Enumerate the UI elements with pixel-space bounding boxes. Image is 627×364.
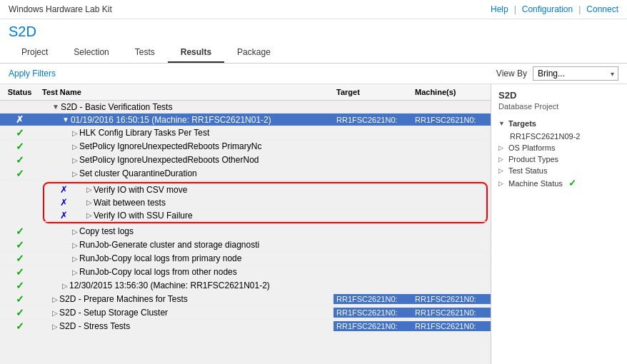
table-row[interactable]: ✓ ▷ S2D - Setup Storage Cluster RR1FSC26…: [0, 306, 491, 320]
view-by-select-wrapper: Bring...: [533, 66, 618, 81]
cell-status: ✓: [0, 126, 39, 139]
table-row[interactable]: ✗ ▷ Verify IO with SSU Failure: [44, 209, 486, 222]
table-body: ▼ S2D - Basic Verification Tests ✗ ▼ 01/…: [0, 101, 491, 333]
status-check-icon: ✓: [16, 154, 24, 166]
cell-target-empty: [333, 231, 412, 232]
expand-icon[interactable]: ▷: [42, 255, 78, 263]
table-row[interactable]: ✓ ▷ S2D - Stress Tests RR1FSC2621N0: RR1…: [0, 320, 491, 333]
table-row[interactable]: ✓ ▷ RunJob-Generate cluster and storage …: [0, 238, 491, 252]
cell-machine-empty: [408, 189, 486, 191]
table-row[interactable]: ✗ ▼ 01/19/2016 16:50:15 (Machine: RR1FSC…: [0, 113, 491, 126]
table-row[interactable]: ✓ ▷ RunJob-Copy local logs from primary …: [0, 252, 491, 266]
help-link[interactable]: Help: [491, 4, 508, 14]
table-row[interactable]: ✓ ▷ Copy test logs: [0, 225, 491, 238]
test-name-text: S2D - Prepare Machines for Tests: [59, 294, 188, 304]
test-name-text: SetPolicy IgnoreUnexpectedReboots OtherN…: [79, 155, 259, 165]
cell-machine-empty: [412, 258, 491, 259]
expand-icon[interactable]: ▷: [42, 170, 78, 178]
tab-selection[interactable]: Selection: [61, 43, 121, 63]
connect-link[interactable]: Connect: [586, 4, 618, 14]
cell-target-empty: [329, 189, 408, 191]
expand-icon[interactable]: ▷: [42, 323, 58, 330]
cell-testname: ▷ S2D - Setup Storage Cluster: [39, 307, 333, 318]
tree-item-targets[interactable]: ▼ Targets: [498, 116, 620, 131]
header-machine: Machine(s): [412, 86, 491, 98]
cell-machine-empty: [408, 215, 486, 216]
expand-icon[interactable]: ▷: [42, 156, 78, 164]
cell-machine: RR1FSC2621N0:: [412, 294, 491, 304]
expand-icon[interactable]: ▼: [42, 116, 69, 123]
test-name-text: S2D - Stress Tests: [59, 321, 130, 331]
tree-item-product-types[interactable]: ▷ Product Types: [498, 153, 620, 165]
table-row[interactable]: ✗ ▷ Wait between tests: [44, 196, 486, 209]
tab-results[interactable]: Results: [168, 43, 224, 63]
results-panel: Status Test Name Target Machine(s) ▼ S2D…: [0, 84, 491, 364]
table-header: Status Test Name Target Machine(s): [0, 84, 491, 101]
expand-icon[interactable]: ▷: [42, 129, 78, 137]
expand-icon[interactable]: ▷: [86, 211, 92, 219]
cell-testname: ▼ S2D - Basic Verification Tests: [39, 101, 333, 113]
cell-testname: ▷ RunJob-Copy local logs from primary no…: [39, 253, 333, 264]
view-by-select[interactable]: Bring...: [533, 66, 618, 81]
cell-target-empty: [333, 173, 412, 174]
tree-expand-machine-icon: ▷: [498, 180, 506, 187]
status-x-blue-icon: ✗: [60, 184, 68, 195]
test-name-text: RunJob-Copy local logs from other nodes: [79, 267, 237, 277]
view-by-label: View By: [496, 69, 527, 79]
app-header: S2D Project Selection Tests Results Pack…: [0, 19, 627, 64]
tree-item-os-platforms[interactable]: ▷ OS Platforms: [498, 142, 620, 153]
expand-icon[interactable]: ▷: [42, 282, 68, 290]
cell-testname: ▷ Copy test logs: [39, 226, 333, 237]
cell-testname: ▼ 01/19/2016 16:50:15 (Machine: RR1FSC26…: [39, 114, 333, 126]
apply-filters-button[interactable]: Apply Filters: [9, 69, 56, 79]
tree-item-test-status[interactable]: ▷ Test Status: [498, 165, 620, 176]
cell-status: ✓: [0, 225, 39, 238]
cell-machine: RR1FSC2621N0:: [412, 115, 491, 125]
test-name-text: RunJob-Generate cluster and storage diag…: [79, 240, 259, 250]
test-name-text: Verify IO with CSV move: [94, 185, 187, 195]
expand-icon[interactable]: ▷: [42, 268, 78, 276]
tree-targets-label: Targets: [508, 119, 536, 128]
cell-testname: ▷ Set cluster QuarantineDuration: [39, 168, 333, 179]
expand-icon[interactable]: ▷: [42, 241, 78, 249]
tab-tests[interactable]: Tests: [122, 43, 168, 63]
status-check-icon: ✓: [16, 320, 24, 332]
header-testname: Test Name: [39, 86, 333, 98]
cell-target-empty: [329, 215, 408, 216]
cell-status: ✓: [0, 266, 39, 278]
tree-expand-test-status-icon: ▷: [498, 167, 506, 174]
table-row[interactable]: ✓ ▷ Set cluster QuarantineDuration: [0, 167, 491, 181]
table-row[interactable]: ✓ ▷ HLK Config Library Tasks Per Test: [0, 126, 491, 140]
app-title: S2D: [9, 22, 618, 43]
expand-icon[interactable]: ▷: [86, 186, 92, 193]
test-name-text: S2D - Basic Verification Tests: [61, 102, 173, 112]
toolbar: Apply Filters View By Bring...: [0, 64, 627, 84]
tab-project[interactable]: Project: [9, 43, 61, 63]
expand-icon[interactable]: ▷: [42, 295, 58, 303]
table-row[interactable]: ✗ ▷ Verify IO with CSV move: [44, 183, 486, 196]
table-row[interactable]: ✓ ▷ RunJob-Copy local logs from other no…: [0, 266, 491, 279]
cell-status: ✓: [0, 140, 39, 153]
expand-icon[interactable]: ▷: [42, 309, 58, 317]
tab-package[interactable]: Package: [224, 43, 284, 63]
table-row[interactable]: ✓ ▷ SetPolicy IgnoreUnexpectedReboots Pr…: [0, 140, 491, 153]
cell-testname: ▷ RunJob-Generate cluster and storage di…: [39, 239, 333, 251]
table-row[interactable]: ✓ ▷ 12/30/2015 13:56:30 (Machine: RR1FSC…: [0, 279, 491, 293]
right-panel: S2D Database Project ▼ Targets RR1FSC262…: [491, 84, 627, 364]
expand-icon[interactable]: ▷: [86, 198, 92, 206]
expand-icon[interactable]: ▷: [42, 143, 78, 151]
cell-status: ✓: [0, 293, 39, 305]
expand-icon[interactable]: ▼: [42, 103, 59, 111]
cell-status: ✓: [0, 238, 39, 251]
table-row[interactable]: ✓ ▷ SetPolicy IgnoreUnexpectedReboots Ot…: [0, 153, 491, 167]
header-target: Target: [333, 86, 412, 98]
configuration-link[interactable]: Configuration: [522, 4, 573, 14]
table-row[interactable]: ▼ S2D - Basic Verification Tests: [0, 101, 491, 113]
cell-status: ✓: [0, 252, 39, 265]
expand-icon[interactable]: ▷: [42, 228, 78, 236]
cell-testname: ▷ SetPolicy IgnoreUnexpectedReboots Prim…: [39, 141, 333, 152]
cell-testname: ▷ Verify IO with CSV move: [84, 184, 329, 196]
status-x-blue-icon: ✗: [60, 210, 68, 221]
tree-item-machine-status[interactable]: ▷ Machine Status ✓: [498, 176, 620, 190]
table-row[interactable]: ✓ ▷ S2D - Prepare Machines for Tests RR1…: [0, 293, 491, 306]
